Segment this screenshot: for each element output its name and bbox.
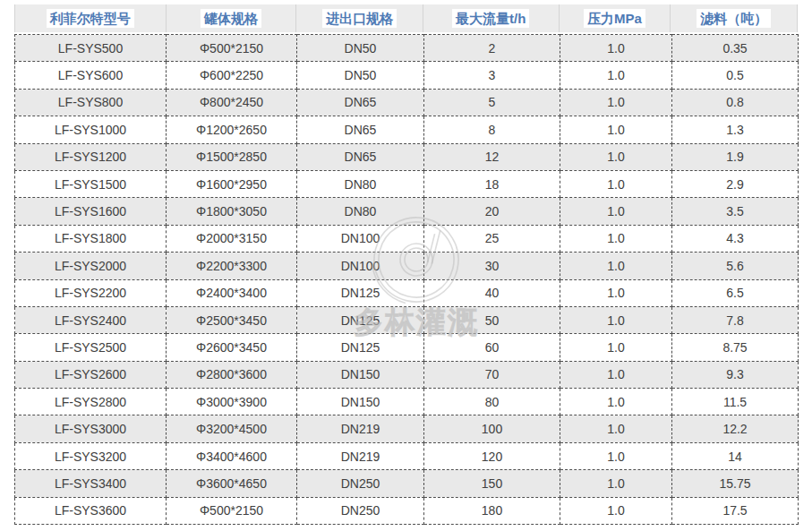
table-cell: Φ500*2150 [167, 35, 297, 62]
column-header-tank-spec: 罐体规格 [167, 4, 297, 32]
table-row: LF-SYS2400Φ2500*3450DN125501.07.8 [15, 306, 799, 333]
column-header-filter-media: 滤料（吨） [671, 4, 797, 32]
table-cell: 1.0 [560, 143, 672, 170]
table-cell: 8.75 [672, 334, 799, 361]
table-row: LF-SYS800Φ800*2450DN6551.00.8 [15, 89, 799, 116]
table-cell: 0.35 [672, 35, 799, 62]
table-row: LF-SYS2600Φ2800*3600DN150701.09.3 [15, 361, 799, 388]
table-cell: Φ1600*2950 [167, 170, 297, 197]
table-cell: 60 [424, 334, 560, 361]
table-cell: 20 [424, 198, 560, 225]
table-cell: Φ1800*3050 [167, 198, 297, 225]
table-cell: DN65 [297, 143, 424, 170]
table-cell: LF-SYS600 [15, 62, 167, 89]
table-cell: LF-SYS2500 [15, 334, 167, 361]
table-cell: 120 [424, 442, 560, 469]
table-cell: 2.9 [672, 170, 799, 197]
column-header-max-flow: 最大流量t/h [423, 4, 560, 32]
table-cell: 6.5 [672, 279, 799, 306]
product-spec-page: 利菲尔特型号 罐体规格 进出口规格 最大流量t/h 压力MPa 滤料（吨） [0, 0, 812, 531]
table-row: LF-SYS1500Φ1600*2950DN80181.02.9 [15, 170, 799, 197]
table-cell: 1.0 [560, 89, 672, 116]
table-row: LF-SYS3600Φ500*2150DN2501801.017.5 [15, 497, 799, 524]
column-header-port-spec: 进出口规格 [296, 4, 423, 32]
table-cell: 4.3 [672, 225, 799, 252]
table-cell: 3 [424, 62, 560, 89]
table-cell: LF-SYS1000 [15, 116, 167, 143]
column-header-label: 利菲尔特型号 [47, 9, 134, 28]
table-cell: DN125 [297, 306, 424, 333]
table-cell: 0.5 [672, 62, 799, 89]
table-row: LF-SYS500Φ500*2150DN5021.00.35 [15, 35, 799, 62]
table-cell: LF-SYS2000 [15, 253, 167, 279]
table-cell: 5.6 [672, 253, 799, 279]
table-cell: LF-SYS1200 [15, 143, 167, 170]
table-row: LF-SYS3000Φ3200*4500DN2191001.012.2 [15, 415, 799, 442]
table-cell: Φ2800*3600 [167, 361, 297, 388]
column-header-label: 进出口规格 [322, 9, 397, 28]
table-cell: 40 [424, 279, 560, 306]
table-cell: 1.0 [560, 279, 672, 306]
table-cell: 9.3 [672, 361, 799, 388]
table-cell: 1.0 [560, 62, 672, 89]
table-cell: DN80 [297, 198, 424, 225]
table-cell: Φ2400*3400 [167, 279, 297, 306]
table-cell: Φ2000*3150 [167, 225, 297, 252]
table-cell: Φ500*2150 [167, 497, 297, 524]
table-cell: DN219 [297, 415, 424, 442]
table-cell: 12.2 [672, 415, 799, 442]
table-row: LF-SYS600Φ600*2250DN5031.00.5 [15, 62, 799, 89]
table-cell: 11.5 [672, 389, 799, 415]
table-cell: 5 [424, 89, 560, 116]
table-row: LF-SYS2800Φ3000*3900DN150801.011.5 [15, 389, 799, 415]
table-cell: LF-SYS3200 [15, 442, 167, 469]
table-cell: 150 [424, 470, 560, 497]
table-cell: DN150 [297, 389, 424, 415]
table-cell: Φ3200*4500 [167, 415, 297, 442]
table-row: LF-SYS1200Φ1500*2850DN65121.01.9 [15, 143, 799, 170]
table-cell: Φ3600*4650 [167, 470, 297, 497]
table-row: LF-SYS1600Φ1800*3050DN80201.03.5 [15, 198, 799, 225]
table-cell: LF-SYS1600 [15, 198, 167, 225]
column-header-label: 压力MPa [584, 9, 645, 28]
column-header-label: 滤料（吨） [697, 9, 771, 28]
table-cell: Φ1200*2650 [167, 116, 297, 143]
table-row: LF-SYS2500Φ2600*3450DN125601.08.75 [15, 334, 799, 361]
table-body: LF-SYS500Φ500*2150DN5021.00.35LF-SYS600Φ… [14, 34, 799, 525]
table-cell: 1.0 [560, 442, 672, 469]
table-cell: 15.75 [672, 470, 799, 497]
table-cell: DN100 [297, 225, 424, 252]
table-cell: DN250 [297, 497, 424, 524]
table-cell: 17.5 [672, 497, 799, 524]
table-cell: LF-SYS1500 [15, 170, 167, 197]
table-cell: Φ2500*3450 [167, 306, 297, 333]
table-cell: 1.0 [560, 470, 672, 497]
table-cell: 25 [424, 225, 560, 252]
spec-table: 利菲尔特型号 罐体规格 进出口规格 最大流量t/h 压力MPa 滤料（吨） [14, 4, 798, 525]
column-header-label: 罐体规格 [201, 9, 261, 28]
table-cell: 7.8 [672, 306, 799, 333]
table-row: LF-SYS2000Φ2200*3300DN100301.05.6 [15, 253, 799, 279]
table-cell: DN50 [297, 62, 424, 89]
table-cell: 0.8 [672, 89, 799, 116]
table-cell: 1.0 [560, 35, 672, 62]
table-cell: 80 [424, 389, 560, 415]
table-cell: 18 [424, 170, 560, 197]
table-cell: LF-SYS2200 [15, 279, 167, 306]
table-cell: 1.9 [672, 143, 799, 170]
table-cell: Φ2600*3450 [167, 334, 297, 361]
table-cell: 1.0 [560, 306, 672, 333]
table-cell: Φ3400*4600 [167, 442, 297, 469]
table-cell: DN150 [297, 361, 424, 388]
table-row: LF-SYS2200Φ2400*3400DN125401.06.5 [15, 279, 799, 306]
table-cell: LF-SYS800 [15, 89, 167, 116]
table-cell: DN219 [297, 442, 424, 469]
table-cell: DN65 [297, 89, 424, 116]
table-cell: DN250 [297, 470, 424, 497]
table-cell: 2 [424, 35, 560, 62]
table-cell: Φ600*2250 [167, 62, 297, 89]
table-cell: 1.0 [560, 116, 672, 143]
table-cell: 1.0 [560, 225, 672, 252]
table-cell: 1.3 [672, 116, 799, 143]
table-cell: DN80 [297, 170, 424, 197]
